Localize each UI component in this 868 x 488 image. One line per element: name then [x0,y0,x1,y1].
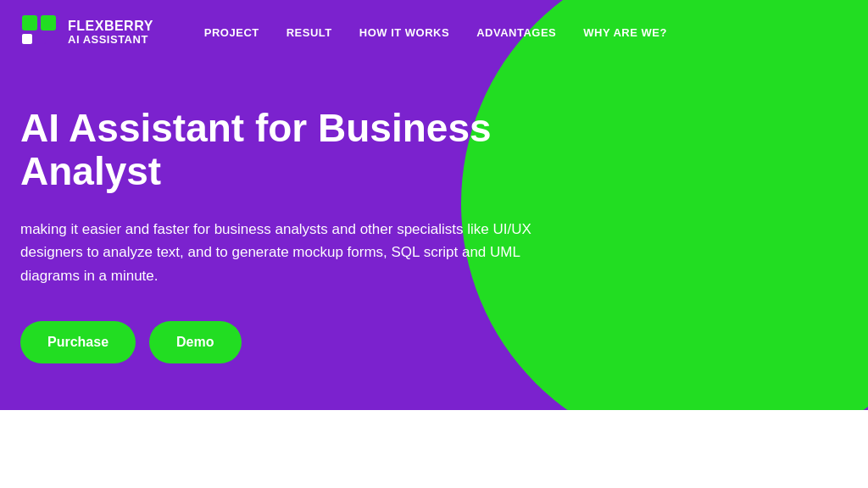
hero-buttons: Purchase Demo [20,321,556,363]
hero-title: AI Assistant for Business Analyst [20,107,556,192]
nav-why-are-we[interactable]: WHY ARE WE? [583,26,667,39]
hero-content: AI Assistant for Business Analyst making… [0,64,576,397]
purchase-button[interactable]: Purchase [20,321,136,363]
svg-rect-2 [22,34,32,44]
brand-sub: AI ASSISTANT [68,34,153,46]
logo-icon [20,14,58,51]
brand-name: FLEXBERRY [68,19,153,34]
svg-rect-0 [22,15,37,30]
demo-button[interactable]: Demo [149,321,241,363]
svg-rect-1 [41,15,56,30]
logo-text: FLEXBERRY AI ASSISTANT [68,19,153,46]
logo: FLEXBERRY AI ASSISTANT [20,14,153,51]
svg-rect-3 [36,34,46,44]
nav-how-it-works[interactable]: HOW IT WORKS [359,26,449,39]
hero-section: FLEXBERRY AI ASSISTANT PROJECT RESULT HO… [0,0,868,410]
white-section [0,410,868,488]
nav-project[interactable]: PROJECT [204,26,259,39]
nav-result[interactable]: RESULT [287,26,332,39]
hero-description: making it easier and faster for business… [20,218,556,287]
nav-links: PROJECT RESULT HOW IT WORKS ADVANTAGES W… [204,26,667,39]
nav-advantages[interactable]: ADVANTAGES [476,26,556,39]
navbar: FLEXBERRY AI ASSISTANT PROJECT RESULT HO… [0,0,868,64]
